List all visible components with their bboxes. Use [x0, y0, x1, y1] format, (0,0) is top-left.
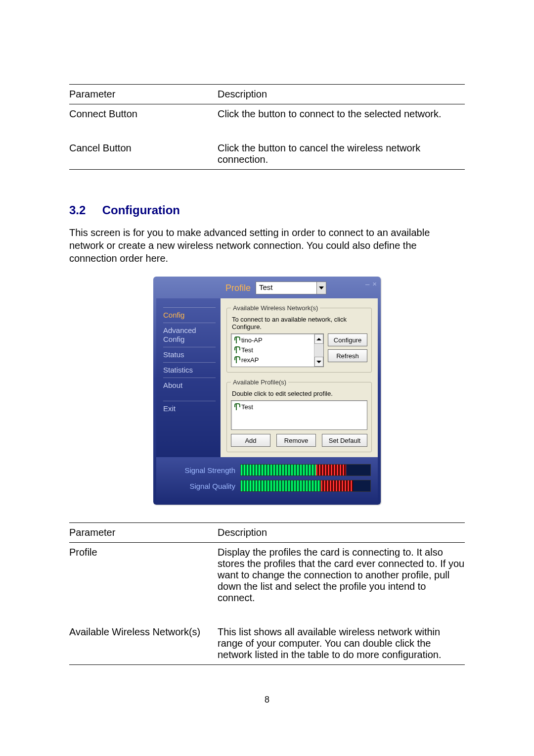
- profile-dropdown[interactable]: Test: [256, 282, 326, 294]
- add-button[interactable]: Add: [231, 434, 270, 447]
- refresh-button[interactable]: Refresh: [328, 349, 367, 362]
- antenna-icon: [233, 346, 239, 353]
- available-networks-group: Available Wireless Network(s) To connect…: [226, 304, 372, 373]
- table2-head-param: Parameter: [69, 523, 218, 543]
- sidebar-item-config[interactable]: Config: [163, 307, 216, 323]
- sidebar-item-statistics[interactable]: Statistics: [163, 362, 216, 378]
- table2-row1-desc: This list shows all available wireless n…: [218, 622, 465, 665]
- close-icon[interactable]: ×: [372, 280, 377, 288]
- sidebar-item-advanced-config[interactable]: Advanced Config: [163, 323, 216, 347]
- table1-row1-desc: Click the button to cancel the wireless …: [218, 139, 465, 170]
- param-table-2: Parameter Description Profile Display th…: [69, 522, 465, 665]
- config-dialog: – × Profile Test Config Advanced Config …: [153, 277, 381, 505]
- section-number: 3.2: [69, 203, 99, 217]
- table2-head-desc: Description: [218, 523, 465, 543]
- table1-head-desc: Description: [218, 85, 465, 104]
- profiles-listbox[interactable]: Test: [231, 400, 367, 430]
- section-heading: 3.2 Configuration: [69, 203, 465, 217]
- table1-head-param: Parameter: [69, 85, 218, 104]
- list-item: Test: [233, 345, 312, 355]
- minimize-icon[interactable]: –: [365, 280, 369, 288]
- list-item: Test: [233, 402, 365, 412]
- section-title: Configuration: [102, 203, 180, 217]
- param-table-1: Parameter Description Connect Button Cli…: [69, 84, 465, 170]
- page-number: 8: [69, 695, 465, 705]
- table1-row0-param: Connect Button: [69, 104, 218, 124]
- sidebar-item-exit[interactable]: Exit: [163, 401, 216, 416]
- configure-button[interactable]: Configure: [328, 333, 367, 346]
- scroll-down-icon[interactable]: [314, 357, 323, 367]
- set-default-button[interactable]: Set Default: [322, 434, 367, 447]
- signal-quality-label: Signal Quality: [163, 482, 235, 490]
- signal-area: Signal Strength Signal Quality: [156, 457, 378, 505]
- signal-strength-label: Signal Strength: [163, 466, 235, 474]
- profiles-legend: Available Profile(s): [231, 378, 288, 386]
- antenna-icon: [233, 336, 239, 343]
- profile-label: Profile: [225, 283, 251, 293]
- signal-strength-bar: [240, 464, 371, 476]
- sidebar-item-about[interactable]: About: [163, 378, 216, 393]
- profile-value: Test: [256, 282, 316, 294]
- profiles-hint: Double click to edit selected profile.: [231, 389, 367, 400]
- sidebar-item-status[interactable]: Status: [163, 347, 216, 362]
- list-item: rexAP: [233, 355, 312, 365]
- table2-row0-desc: Display the profiles the card is connect…: [218, 543, 465, 608]
- scroll-up-icon[interactable]: [314, 334, 323, 344]
- antenna-icon: [233, 403, 239, 410]
- table2-row0-param: Profile: [69, 543, 218, 608]
- table1-row0-desc: Click the button to connect to the selec…: [218, 104, 465, 124]
- networks-legend: Available Wireless Network(s): [231, 304, 320, 312]
- signal-quality-bar: [240, 480, 371, 492]
- chevron-down-icon[interactable]: [316, 282, 326, 294]
- list-item: tino-AP: [233, 335, 312, 345]
- sidebar: Config Advanced Config Status Statistics…: [156, 298, 221, 457]
- antenna-icon: [233, 356, 239, 363]
- content-area: Available Wireless Network(s) To connect…: [221, 298, 378, 457]
- section-intro: This screen is for you to make advanced …: [69, 226, 465, 265]
- remove-button[interactable]: Remove: [276, 434, 316, 447]
- table2-row1-param: Available Wireless Network(s): [69, 622, 218, 665]
- table1-row1-param: Cancel Button: [69, 139, 218, 170]
- available-profiles-group: Available Profile(s) Double click to edi…: [226, 378, 372, 452]
- scrollbar[interactable]: [314, 334, 323, 367]
- networks-listbox[interactable]: tino-AP Test rexAP: [231, 333, 324, 367]
- networks-hint: To connect to an available network, clic…: [231, 315, 367, 333]
